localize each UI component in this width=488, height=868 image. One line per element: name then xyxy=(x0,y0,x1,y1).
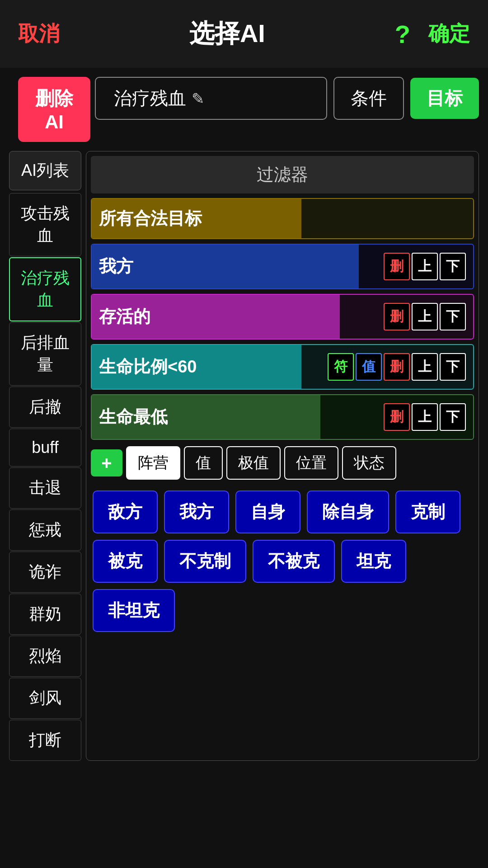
camp-btn-no-counter[interactable]: 不克制 xyxy=(164,540,246,583)
sidebar-header: AI列表 xyxy=(9,151,81,190)
filter-hp-lowest-actions: 删 上 下 xyxy=(384,403,466,431)
sidebar-item-group-heal[interactable]: 群奶 xyxy=(9,594,81,635)
content-panel: 过滤器 所有合法目标 我方 删 上 下 存活的 xyxy=(86,151,479,761)
filter-row-all-targets[interactable]: 所有合法目标 xyxy=(91,198,474,239)
tab-value[interactable]: 值 xyxy=(184,446,223,480)
delete-ai-button[interactable]: 删除AI xyxy=(18,77,90,142)
target-tab[interactable]: 目标 xyxy=(410,78,479,119)
filter-alive-up-btn[interactable]: 上 xyxy=(412,303,438,330)
sidebar-item-backrow-hp[interactable]: 后排血量 xyxy=(9,322,81,386)
tab-position[interactable]: 位置 xyxy=(284,446,338,480)
filter-hp-lowest-down-btn[interactable]: 下 xyxy=(440,403,466,431)
bottom-tabs: + 阵营 值 极值 位置 状态 xyxy=(91,444,474,481)
header: 取消 选择AI ? 确定 xyxy=(0,0,488,68)
filter-all-targets-label: 所有合法目标 xyxy=(99,207,202,230)
filter-row-hp-lowest[interactable]: 生命最低 删 上 下 xyxy=(91,394,474,440)
filter-hp-ratio-actions: 符 值 删 上 下 xyxy=(328,353,466,381)
camp-btn-enemy[interactable]: 敌方 xyxy=(93,491,158,533)
main-layout: AI列表 攻击残血 治疗残血 后排血量 后撤 buff 击退 惩戒 诡诈 群奶 … xyxy=(0,151,488,770)
filter-ally-label: 我方 xyxy=(99,255,133,278)
camp-btn-counter[interactable]: 克制 xyxy=(395,491,460,533)
camp-btn-self[interactable]: 自身 xyxy=(235,491,300,533)
filter-alive-actions: 删 上 下 xyxy=(384,303,466,330)
sidebar-item-trick[interactable]: 诡诈 xyxy=(9,552,81,593)
filter-hp-ratio-down-btn[interactable]: 下 xyxy=(440,353,466,381)
action-main-tab[interactable]: 治疗残血 ✎ xyxy=(95,77,327,120)
header-right: ? 确定 xyxy=(395,19,470,49)
page-title: 选择AI xyxy=(189,17,265,51)
filter-hp-ratio-sym-btn[interactable]: 符 xyxy=(328,353,354,381)
filter-alive-label: 存活的 xyxy=(99,305,150,328)
camp-btn-tank[interactable]: 坦克 xyxy=(341,540,406,583)
action-main-label: 治疗残血 xyxy=(114,86,186,111)
filter-alive-del-btn[interactable]: 删 xyxy=(384,303,410,330)
tab-extreme[interactable]: 极值 xyxy=(226,446,281,480)
filter-row-alive[interactable]: 存活的 删 上 下 xyxy=(91,294,474,340)
camp-btn-except-self[interactable]: 除自身 xyxy=(307,491,389,533)
filter-hp-ratio-del-btn[interactable]: 删 xyxy=(384,353,410,381)
sidebar-item-knockback[interactable]: 击退 xyxy=(9,467,81,509)
filter-alive-down-btn[interactable]: 下 xyxy=(440,303,466,330)
filter-header: 过滤器 xyxy=(91,156,474,193)
filter-ally-del-btn[interactable]: 删 xyxy=(384,253,410,280)
filter-hp-lowest-del-btn[interactable]: 删 xyxy=(384,403,410,431)
tab-status[interactable]: 状态 xyxy=(342,446,396,480)
camp-btn-countered[interactable]: 被克 xyxy=(93,540,158,583)
sidebar-item-blaze[interactable]: 烈焰 xyxy=(9,636,81,677)
sidebar: AI列表 攻击残血 治疗残血 后排血量 后撤 buff 击退 惩戒 诡诈 群奶 … xyxy=(9,151,81,761)
filter-ally-down-btn[interactable]: 下 xyxy=(440,253,466,280)
filter-row-ally[interactable]: 我方 删 上 下 xyxy=(91,244,474,289)
filter-hp-ratio-up-btn[interactable]: 上 xyxy=(412,353,438,381)
add-filter-button[interactable]: + xyxy=(91,449,122,476)
filter-hp-lowest-up-btn[interactable]: 上 xyxy=(412,403,438,431)
camp-buttons: 敌方 我方 自身 除自身 克制 被克 不克制 不被克 坦克 非坦克 xyxy=(91,486,474,637)
sidebar-item-retreat[interactable]: 后撤 xyxy=(9,387,81,428)
tab-camp[interactable]: 阵营 xyxy=(126,446,180,480)
condition-tab[interactable]: 条件 xyxy=(333,77,404,120)
sidebar-item-sword-wind[interactable]: 剑风 xyxy=(9,678,81,719)
filter-row-hp-ratio[interactable]: 生命比例<60 符 值 删 上 下 xyxy=(91,344,474,390)
camp-btn-not-countered[interactable]: 不被克 xyxy=(253,540,335,583)
sidebar-item-interrupt[interactable]: 打断 xyxy=(9,720,81,761)
sidebar-item-heal-hp[interactable]: 治疗残血 xyxy=(9,257,81,321)
camp-btn-ally[interactable]: 我方 xyxy=(164,491,229,533)
camp-btn-not-tank[interactable]: 非坦克 xyxy=(93,589,175,632)
cancel-button[interactable]: 取消 xyxy=(18,20,60,48)
filter-ally-up-btn[interactable]: 上 xyxy=(412,253,438,280)
filter-ally-actions: 删 上 下 xyxy=(384,253,466,280)
confirm-button[interactable]: 确定 xyxy=(428,20,470,48)
filter-hp-ratio-label: 生命比例<60 xyxy=(99,355,325,378)
sidebar-item-attack-hp[interactable]: 攻击残血 xyxy=(9,193,81,256)
sidebar-item-punish[interactable]: 惩戒 xyxy=(9,509,81,551)
help-button[interactable]: ? xyxy=(395,19,410,49)
filter-hp-ratio-val-btn[interactable]: 值 xyxy=(356,353,382,381)
sidebar-item-buff[interactable]: buff xyxy=(9,429,81,467)
filter-hp-lowest-label: 生命最低 xyxy=(99,406,168,429)
edit-icon: ✎ xyxy=(192,90,204,108)
